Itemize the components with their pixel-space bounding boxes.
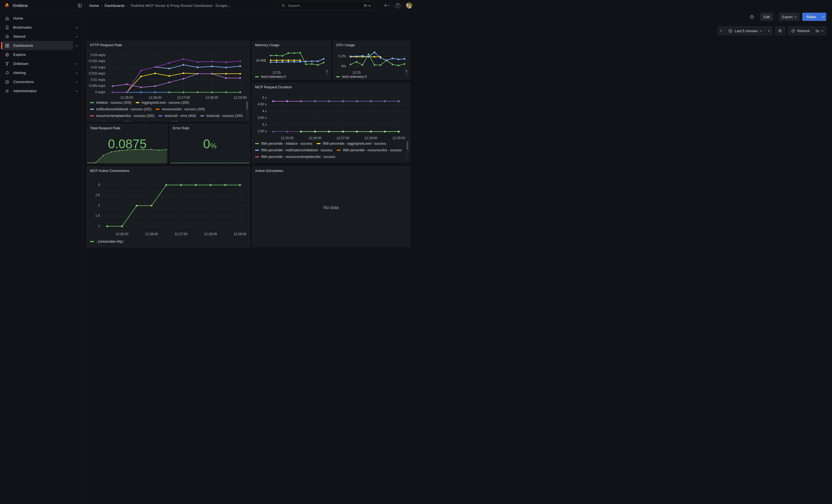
y-axis-tick: 0 req/s [95,90,105,94]
add-new-button[interactable]: + [384,3,389,8]
sidebar-item-label: Bookmarks [13,25,32,29]
panel-title[interactable]: Error Rate [173,126,189,130]
chart-plot[interactable] [108,53,245,94]
sidebar-item-drilldown[interactable]: Drilldown [2,59,81,68]
help-icon[interactable]: ? [395,3,400,8]
expand-chevron-icon[interactable] [73,68,81,77]
y-axis-tick: 2.5 [95,193,100,197]
sidebar-item-starred[interactable]: Starred [2,32,81,41]
legend-swatch [255,143,259,144]
legend-scrollbar[interactable] [406,141,409,161]
expand-chevron-icon[interactable] [73,32,81,41]
legend-label: tools/list - success (200) [96,120,131,122]
legend-swatch [255,76,259,77]
y-axis: 5 s4.50 s4 s3.50 s3 s2.50 s [254,96,267,134]
sidebar-nav: Home Bookmarks Starred Dashboards Explor… [0,11,83,252]
legend-item[interactable]: resources/list - success (200) [156,107,205,111]
legend-item[interactable]: resources/templates/list - success (200) [90,114,154,118]
y-axis-tick: 0.2% [338,54,346,58]
panel-title[interactable]: CPU Usage [336,43,355,47]
sidebar-item-administration[interactable]: Administration [2,86,81,96]
legend-item[interactable]: fetch-telemetry-0 [336,75,367,79]
sidebar-item-connections[interactable]: Connections [2,77,81,86]
y-axis: 32.521.51 [89,181,100,230]
x-axis: 12:25:0012:26:0012:27:0012:28:0012:29:00 [102,232,245,236]
y-axis-tick: 0.005 req/s [89,84,105,88]
legend-item[interactable]: 95th percentile - resources/list - succe… [337,148,402,152]
legend-label: 95th percentile - notifications/initiali… [261,148,332,152]
legend-scrollbar[interactable] [246,101,248,120]
expand-chevron-icon[interactable] [73,23,81,32]
sidebar-item-explore[interactable]: Explore [2,50,81,59]
breadcrumb-dashboards[interactable]: Dashboards [105,4,125,8]
expand-chevron-icon[interactable] [73,41,81,50]
chart-canvas [347,49,408,69]
chart-plot[interactable] [347,49,408,69]
legend-item[interactable]: 95th percentile - logging/setLevel - suc… [317,141,386,146]
chart-plot[interactable] [268,49,327,69]
legend-item[interactable]: notifications/initialized - success (202… [90,107,151,111]
expand-chevron-icon[interactable] [73,59,81,68]
legend-item[interactable]: 95th percentile - initialize - success [255,141,312,146]
dock-menu-icon[interactable] [77,2,83,9]
legend-item[interactable]: - (streamable-http) [90,239,123,244]
sidebar-item-bookmarks[interactable]: Bookmarks [2,23,81,32]
legend-item[interactable]: tools/call - error (404) [158,114,196,118]
legend-label: 95th percentile - resources/templates/li… [261,155,335,159]
chart-canvas [102,181,245,230]
x-axis-tick: 12:25:00 [120,96,133,100]
legend-item[interactable]: 95th percentile - notifications/initiali… [255,148,332,152]
stat-value: 0.0875 [87,136,167,152]
expand-chevron-icon[interactable] [73,86,81,96]
legend-item[interactable]: initialize - success (200) [90,100,131,105]
dashboard-toolbar: Edit Export Share [83,11,416,23]
avatar[interactable] [406,2,412,8]
sidebar-item-dashboards[interactable]: Dashboards [2,41,81,50]
legend-scrollbar[interactable] [405,69,408,77]
search-input[interactable] [287,3,361,8]
legend-label: tools/call - success (200) [206,114,243,118]
legend: 95th percentile - initialize - success95… [255,141,404,162]
chart-canvas [268,49,327,69]
legend-scrollbar[interactable] [326,69,328,77]
panel-title[interactable]: MCP Active Connections [90,169,129,173]
legend-swatch [136,102,139,103]
sidebar-item-alerting[interactable]: Alerting [2,68,81,77]
x-axis: 12:25:0012:26:0012:27:0012:28:0012:29:00 [268,136,404,140]
panel-title[interactable]: HTTP Request Rate [90,43,122,47]
search-input-box[interactable]: ⌘+k [279,1,374,10]
legend: initialize - success (200)logging/setLev… [90,100,244,122]
gear-icon [5,89,9,93]
panel-title[interactable]: Total Request Rate [90,126,121,130]
panel-title[interactable]: MCP Request Duration [255,85,292,89]
y-axis-tick: 0% [341,64,346,68]
panel-mcp-active-connections: MCP Active Connections 32.521.51 12:25:0… [87,166,250,247]
legend-item[interactable]: tools/list - success (200) [90,120,131,122]
panel-title[interactable]: Active Goroutines [255,169,283,173]
legend-item[interactable]: logging/setLevel - success (200) [136,100,189,105]
legend-item[interactable]: fetch-telemetry-0 [255,75,286,79]
legend-item[interactable]: tools/call - success (200) [200,114,243,118]
breadcrumb-current-page[interactable]: ToolHive MCP Server & Proxy Runner Dashb… [130,4,231,8]
expand-chevron-icon[interactable] [73,77,81,86]
panel-http-request-rate: HTTP Request Rate 0.03 req/s0.025 req/s0… [87,41,250,122]
chart-plot[interactable] [268,96,404,134]
legend-swatch [90,102,94,103]
x-axis-tick: 12:25 [353,71,361,75]
y-axis-tick: 0.03 req/s [91,53,105,57]
breadcrumb-home[interactable]: Home [89,4,99,8]
legend-label: resources/templates/list - success (200) [96,114,154,118]
sidebar-item-home[interactable]: Home [2,14,81,23]
divider [403,3,404,8]
legend-swatch [255,150,259,151]
y-axis-tick: 0.01 req/s [91,78,105,82]
sidebar-item-label: Starred [13,34,25,38]
chart-plot[interactable] [102,181,245,230]
legend-item[interactable]: unknown - success (200) [136,120,179,122]
y-axis-tick: 2 [98,204,100,207]
legend-swatch [90,109,94,110]
legend-label: fetch-telemetry-0 [342,75,367,79]
legend-item[interactable]: 95th percentile - resources/templates/li… [255,155,335,159]
panel-title[interactable]: Memory Usage [255,43,279,47]
panel-cpu-usage: CPU Usage 0.2%0% 12:25 fetch-telemetry-0 [333,41,410,80]
